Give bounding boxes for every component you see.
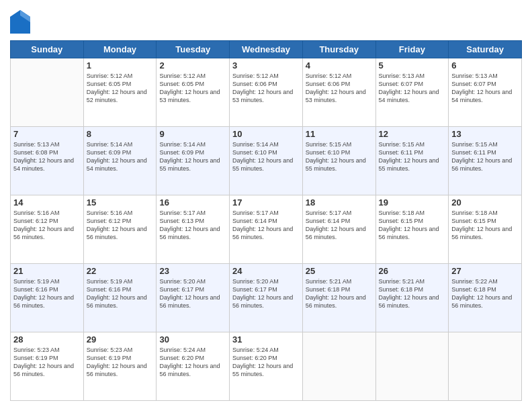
day-info: Sunrise: 5:12 AM Sunset: 6:05 PM Dayligh… [159,72,226,105]
calendar-cell: 30Sunrise: 5:24 AM Sunset: 6:20 PM Dayli… [157,332,230,401]
calendar-cell [302,332,375,401]
day-info: Sunrise: 5:20 AM Sunset: 6:17 PM Dayligh… [159,277,226,310]
weekday-header-saturday: Saturday [449,41,522,58]
day-info: Sunrise: 5:16 AM Sunset: 6:12 PM Dayligh… [87,209,154,242]
day-number: 8 [87,129,154,139]
calendar-cell: 26Sunrise: 5:21 AM Sunset: 6:18 PM Dayli… [375,264,449,332]
day-number: 15 [87,197,154,208]
calendar-cell: 5Sunrise: 5:13 AM Sunset: 6:07 PM Daylig… [375,58,449,127]
logo [10,10,32,34]
day-number: 14 [13,197,81,208]
day-number: 22 [87,266,154,276]
day-number: 23 [159,266,226,276]
day-info: Sunrise: 5:15 AM Sunset: 6:11 PM Dayligh… [379,140,446,173]
day-number: 27 [451,266,519,276]
day-info: Sunrise: 5:12 AM Sunset: 6:06 PM Dayligh… [232,72,300,105]
day-info: Sunrise: 5:17 AM Sunset: 6:13 PM Dayligh… [159,209,226,242]
calendar-cell [375,332,449,401]
calendar-cell: 17Sunrise: 5:17 AM Sunset: 6:14 PM Dayli… [230,195,303,264]
day-info: Sunrise: 5:13 AM Sunset: 6:08 PM Dayligh… [13,140,81,173]
day-number: 30 [159,334,226,345]
day-number: 1 [87,60,154,71]
day-number: 2 [159,60,226,71]
calendar-cell: 28Sunrise: 5:23 AM Sunset: 6:19 PM Dayli… [11,332,84,401]
calendar-cell [449,332,522,401]
day-number: 11 [306,129,373,139]
day-info: Sunrise: 5:23 AM Sunset: 6:19 PM Dayligh… [13,346,81,379]
weekday-header-thursday: Thursday [302,41,375,58]
calendar-cell: 21Sunrise: 5:19 AM Sunset: 6:16 PM Dayli… [11,264,84,332]
weekday-header-sunday: Sunday [11,41,84,58]
weekday-header-wednesday: Wednesday [230,41,303,58]
day-number: 28 [13,334,81,345]
day-info: Sunrise: 5:14 AM Sunset: 6:09 PM Dayligh… [159,140,226,173]
calendar-week-5: 28Sunrise: 5:23 AM Sunset: 6:19 PM Dayli… [11,332,522,401]
calendar-cell: 8Sunrise: 5:14 AM Sunset: 6:09 PM Daylig… [83,127,157,195]
calendar-cell: 9Sunrise: 5:14 AM Sunset: 6:09 PM Daylig… [157,127,230,195]
calendar-table: SundayMondayTuesdayWednesdayThursdayFrid… [10,40,522,401]
day-number: 13 [451,129,519,139]
day-number: 9 [159,129,226,139]
day-number: 4 [306,60,373,71]
day-number: 24 [232,266,300,276]
calendar-cell: 31Sunrise: 5:24 AM Sunset: 6:20 PM Dayli… [230,332,303,401]
day-number: 19 [379,197,446,208]
calendar-cell: 3Sunrise: 5:12 AM Sunset: 6:06 PM Daylig… [230,58,303,127]
calendar-cell: 25Sunrise: 5:21 AM Sunset: 6:18 PM Dayli… [302,264,375,332]
day-info: Sunrise: 5:23 AM Sunset: 6:19 PM Dayligh… [87,346,154,379]
day-number: 3 [232,60,300,71]
calendar-cell: 4Sunrise: 5:12 AM Sunset: 6:06 PM Daylig… [302,58,375,127]
day-number: 6 [451,60,519,71]
calendar-cell: 14Sunrise: 5:16 AM Sunset: 6:12 PM Dayli… [11,195,84,264]
calendar-cell: 1Sunrise: 5:12 AM Sunset: 6:05 PM Daylig… [83,58,157,127]
calendar-cell: 16Sunrise: 5:17 AM Sunset: 6:13 PM Dayli… [157,195,230,264]
day-info: Sunrise: 5:19 AM Sunset: 6:16 PM Dayligh… [87,277,154,310]
calendar-cell: 10Sunrise: 5:14 AM Sunset: 6:10 PM Dayli… [230,127,303,195]
day-info: Sunrise: 5:14 AM Sunset: 6:10 PM Dayligh… [232,140,300,173]
day-number: 29 [87,334,154,345]
calendar-cell [11,58,84,127]
calendar-cell: 13Sunrise: 5:15 AM Sunset: 6:11 PM Dayli… [449,127,522,195]
day-info: Sunrise: 5:21 AM Sunset: 6:18 PM Dayligh… [306,277,373,310]
weekday-header-monday: Monday [83,41,157,58]
day-number: 31 [232,334,300,345]
day-info: Sunrise: 5:13 AM Sunset: 6:07 PM Dayligh… [451,72,519,105]
day-info: Sunrise: 5:17 AM Sunset: 6:14 PM Dayligh… [232,209,300,242]
calendar-cell: 18Sunrise: 5:17 AM Sunset: 6:14 PM Dayli… [302,195,375,264]
day-info: Sunrise: 5:17 AM Sunset: 6:14 PM Dayligh… [306,209,373,242]
day-number: 21 [13,266,81,276]
day-info: Sunrise: 5:15 AM Sunset: 6:11 PM Dayligh… [451,140,519,173]
day-number: 26 [379,266,446,276]
day-info: Sunrise: 5:21 AM Sunset: 6:18 PM Dayligh… [379,277,446,310]
calendar-cell: 24Sunrise: 5:20 AM Sunset: 6:17 PM Dayli… [230,264,303,332]
calendar-cell: 23Sunrise: 5:20 AM Sunset: 6:17 PM Dayli… [157,264,230,332]
calendar-week-1: 1Sunrise: 5:12 AM Sunset: 6:05 PM Daylig… [11,58,522,127]
calendar-cell: 22Sunrise: 5:19 AM Sunset: 6:16 PM Dayli… [83,264,157,332]
calendar-week-4: 21Sunrise: 5:19 AM Sunset: 6:16 PM Dayli… [11,264,522,332]
page: SundayMondayTuesdayWednesdayThursdayFrid… [0,0,532,411]
day-number: 12 [379,129,446,139]
weekday-header-tuesday: Tuesday [157,41,230,58]
day-number: 20 [451,197,519,208]
calendar-cell: 11Sunrise: 5:15 AM Sunset: 6:10 PM Dayli… [302,127,375,195]
calendar-cell: 19Sunrise: 5:18 AM Sunset: 6:15 PM Dayli… [375,195,449,264]
weekday-header-row: SundayMondayTuesdayWednesdayThursdayFrid… [11,41,522,58]
calendar-cell: 20Sunrise: 5:18 AM Sunset: 6:15 PM Dayli… [449,195,522,264]
day-info: Sunrise: 5:12 AM Sunset: 6:05 PM Dayligh… [87,72,154,105]
logo-icon [10,10,30,34]
day-number: 10 [232,129,300,139]
calendar-cell: 2Sunrise: 5:12 AM Sunset: 6:05 PM Daylig… [157,58,230,127]
calendar-cell: 29Sunrise: 5:23 AM Sunset: 6:19 PM Dayli… [83,332,157,401]
calendar-cell: 7Sunrise: 5:13 AM Sunset: 6:08 PM Daylig… [11,127,84,195]
calendar-cell: 15Sunrise: 5:16 AM Sunset: 6:12 PM Dayli… [83,195,157,264]
day-info: Sunrise: 5:24 AM Sunset: 6:20 PM Dayligh… [159,346,226,379]
day-number: 25 [306,266,373,276]
day-info: Sunrise: 5:18 AM Sunset: 6:15 PM Dayligh… [379,209,446,242]
day-info: Sunrise: 5:19 AM Sunset: 6:16 PM Dayligh… [13,277,81,310]
calendar-cell: 6Sunrise: 5:13 AM Sunset: 6:07 PM Daylig… [449,58,522,127]
calendar-week-3: 14Sunrise: 5:16 AM Sunset: 6:12 PM Dayli… [11,195,522,264]
calendar-cell: 12Sunrise: 5:15 AM Sunset: 6:11 PM Dayli… [375,127,449,195]
day-info: Sunrise: 5:12 AM Sunset: 6:06 PM Dayligh… [306,72,373,105]
day-number: 17 [232,197,300,208]
header [10,10,522,34]
